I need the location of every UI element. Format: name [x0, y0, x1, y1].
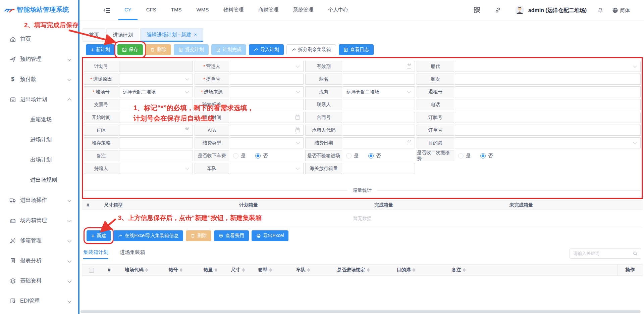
radio-charge-unload-fee[interactable]: 是 否 [230, 150, 304, 161]
view-log-button[interactable]: 查看日志 [339, 44, 374, 55]
nav-item-materials[interactable]: 物料管理 [216, 0, 251, 21]
import-plan-button[interactable]: 导入计划 [249, 44, 284, 55]
sort-icon[interactable] [463, 268, 466, 272]
language-switcher[interactable]: 简体 [612, 7, 630, 14]
field-ship-agent-select[interactable] [455, 61, 641, 72]
field-valid-date[interactable] [343, 61, 415, 72]
sort-icon[interactable] [180, 268, 182, 272]
sidebar-item-yard-container[interactable]: 场内箱管理 [0, 210, 78, 230]
qr-code-icon[interactable] [474, 7, 480, 14]
nav-item-finance[interactable]: 商财管理 [251, 0, 286, 21]
field-yard-no-select[interactable]: 远洋仓配二堆场 [119, 86, 193, 97]
close-tab-icon[interactable]: × [194, 28, 197, 41]
sidebar-item-base-data[interactable]: 基础资料 [0, 271, 78, 291]
delete-container-button[interactable]: 删除 [186, 230, 211, 241]
nav-item-tms[interactable]: TMS [164, 0, 189, 21]
sidebar-item-inout-rules[interactable]: 进出场规则 [0, 170, 78, 190]
field-customs-release-qty[interactable] [343, 163, 415, 174]
new-container-button[interactable]: +新建 [87, 230, 111, 241]
sort-icon[interactable] [367, 268, 370, 272]
field-dest-port-select[interactable] [455, 137, 641, 148]
radio-checked-icon[interactable] [368, 153, 374, 159]
sort-icon[interactable] [269, 268, 272, 272]
nav-item-system[interactable]: 系统管理 [286, 0, 321, 21]
sidebar-item-repair[interactable]: 修箱管理 [0, 230, 78, 251]
sidebar-item-reports[interactable]: 报表分析 [0, 251, 78, 271]
field-container-holder-select[interactable] [119, 163, 193, 174]
select-all-checkbox[interactable] [89, 268, 94, 273]
sidebar-item-exit-plan[interactable]: 出场计划 [0, 150, 78, 170]
sort-icon[interactable] [215, 268, 217, 272]
tab-home[interactable]: 首页 [83, 28, 105, 42]
nav-item-personal[interactable]: 个人中心 [321, 0, 356, 21]
view-fees-button[interactable]: 查看费用 [214, 230, 249, 241]
nav-item-cy[interactable]: CY [117, 0, 139, 21]
field-phone[interactable] [455, 99, 641, 110]
field-storage-strategy[interactable] [119, 137, 193, 148]
field-flow-direction-select[interactable]: 远洋仓配二堆场 [343, 86, 415, 97]
radio-unchecked-icon[interactable] [346, 153, 352, 159]
field-fee-type-select[interactable] [230, 137, 304, 148]
radio-unchecked-icon[interactable] [458, 153, 464, 159]
radio-no-inspect-entry[interactable]: 是 否 [343, 150, 415, 161]
sidebar-item-reservation[interactable]: 预约管理 [0, 49, 78, 69]
tab-edit-entry-plan[interactable]: 编辑进场计划 - 新建 × [140, 28, 203, 42]
col-dest-port[interactable]: 目的港 [380, 267, 432, 273]
sidebar-item-heavy-return[interactable]: 重箱返场 [0, 109, 78, 130]
radio-checked-icon[interactable] [480, 153, 486, 159]
field-entry-source-select[interactable] [230, 86, 304, 97]
sidebar-item-edi[interactable]: EDI管理 [0, 291, 78, 311]
field-contract-no[interactable] [343, 112, 415, 123]
tab-entry-plan[interactable]: 进场计划 [106, 28, 139, 42]
field-lessee-code[interactable] [343, 125, 415, 136]
menu-fold-icon[interactable] [103, 7, 111, 14]
link-icon[interactable] [494, 7, 501, 14]
field-vessel[interactable] [343, 74, 415, 85]
sort-icon[interactable] [242, 268, 245, 272]
sidebar-item-home[interactable]: 首页 [0, 29, 78, 49]
field-remark[interactable] [119, 150, 193, 161]
horizontal-scrollbar[interactable] [80, 310, 641, 313]
field-inspect-standard[interactable] [230, 99, 304, 110]
sidebar-item-inout-plan[interactable]: 进出场计划 [0, 89, 78, 109]
col-yard-code[interactable]: 堆场代码 [117, 267, 155, 273]
radio-checked-icon[interactable] [255, 153, 261, 159]
nav-item-wms[interactable]: WMS [189, 0, 216, 21]
excel-import-button[interactable]: 在线Excel导入集装箱信息 [113, 230, 183, 241]
subtab-entered-containers[interactable]: 进场集装箱 [120, 249, 145, 259]
field-fee-date[interactable] [343, 137, 415, 148]
field-order-no[interactable] [455, 125, 641, 136]
bell-icon[interactable] [597, 7, 603, 14]
avatar[interactable] [515, 5, 524, 15]
export-excel-button[interactable]: 导出Excel [252, 230, 288, 241]
col-remark[interactable]: 备注 [432, 267, 485, 273]
keyword-search-input[interactable]: 请输入关键词 [570, 249, 641, 259]
field-voyage[interactable] [455, 74, 641, 85]
field-booking-no[interactable] [455, 112, 641, 123]
field-eta[interactable] [119, 125, 193, 136]
field-entry-reason-select[interactable] [119, 74, 193, 85]
plan-complete-button[interactable]: 计划完成 [211, 44, 246, 55]
field-check-no[interactable] [119, 99, 193, 110]
field-end-time[interactable] [230, 112, 304, 123]
field-bl-no[interactable] [230, 74, 304, 85]
field-fleet-select[interactable] [230, 163, 304, 174]
col-size[interactable]: 尺寸 [225, 267, 251, 273]
field-start-time[interactable] [119, 112, 193, 123]
user-name[interactable]: admin (远洋仓配二堆场) [528, 7, 587, 14]
col-entry-locked[interactable]: 是否进场锁定 [327, 267, 380, 273]
radio-second-move-fee[interactable]: 是 否 [455, 150, 641, 161]
sidebar-item-inout-operation[interactable]: 进出场操作 [0, 190, 78, 210]
delete-plan-button[interactable]: 删除 [146, 44, 171, 55]
col-fleet[interactable]: 车队 [279, 267, 327, 273]
save-button[interactable]: 保存 [117, 44, 143, 55]
field-operator-select[interactable] [230, 61, 304, 72]
field-contact[interactable] [343, 99, 415, 110]
radio-unchecked-icon[interactable] [233, 153, 238, 159]
col-container-no[interactable]: 箱号 [155, 267, 196, 273]
sort-icon[interactable] [307, 268, 310, 272]
sidebar-item-prepayment[interactable]: $ 预付款 [0, 69, 78, 89]
submit-plan-button[interactable]: 提交计划 [174, 44, 209, 55]
split-remaining-button[interactable]: 拆分剩余集装箱 [286, 44, 336, 55]
sort-icon[interactable] [413, 268, 415, 272]
